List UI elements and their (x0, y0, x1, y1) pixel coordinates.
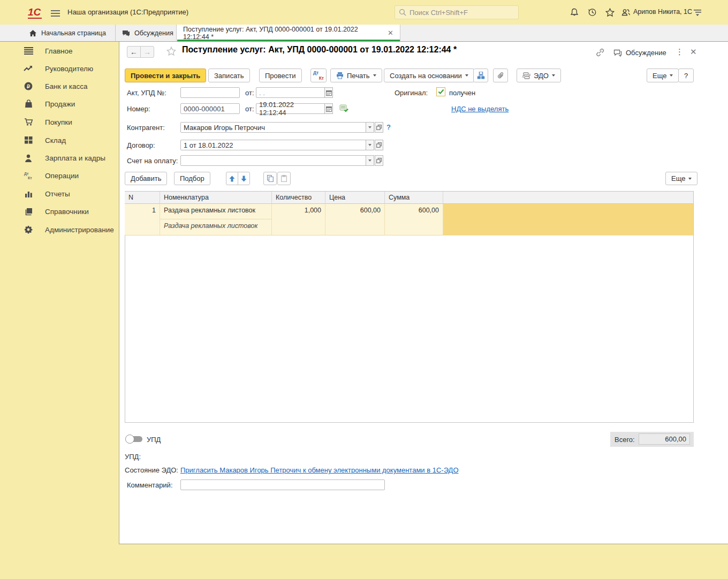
invoice-open-button[interactable] (375, 155, 383, 166)
invoice-dropdown-button[interactable] (366, 155, 374, 166)
paste-button[interactable] (277, 172, 291, 185)
contract-input[interactable]: 1 от 18.01.2022 (180, 140, 366, 150)
dt-kt-icon: ДтКт (24, 171, 33, 180)
sidebar-item-sales[interactable]: Продажи (24, 96, 75, 111)
contractor-help-icon[interactable]: ? (386, 123, 391, 131)
act-number-input[interactable] (180, 87, 240, 98)
cell-selected-empty[interactable] (443, 204, 693, 235)
discussion-button[interactable]: Обсуждение (613, 49, 666, 57)
sidebar-item-purchases[interactable]: Покупки (24, 115, 72, 129)
get-link-icon[interactable] (595, 48, 605, 57)
tab-document[interactable]: Поступление услуг: Акт, УПД 0000-000001 … (177, 25, 400, 41)
column-header-qty[interactable]: Количество (272, 192, 325, 204)
search-input[interactable]: Поиск Ctrl+Shift+F (395, 5, 519, 19)
sidebar-item-manager[interactable]: Руководителю (24, 61, 93, 76)
sidebar-item-warehouse[interactable]: Склад (24, 133, 66, 148)
notifications-bell-icon[interactable] (568, 6, 580, 18)
cell-row-number[interactable]: 1 (125, 204, 160, 235)
column-header-sum[interactable]: Сумма (385, 192, 443, 204)
chat-icon (122, 29, 130, 37)
window-menu-dots-icon[interactable]: ⋮ (676, 47, 684, 57)
current-user[interactable]: Арипов Никита, 1С (633, 8, 692, 16)
date-from-label: от: (245, 105, 254, 113)
cell-quantity[interactable]: 1,000 (272, 204, 325, 235)
copy-button[interactable] (263, 172, 277, 185)
save-button[interactable]: Записать (208, 68, 250, 82)
dt-kt-postings-button[interactable]: Дт Кт (310, 68, 327, 82)
table-more-button[interactable]: Еще (665, 172, 697, 185)
vat-link[interactable]: НДС не выделять (451, 105, 509, 113)
sidebar-item-reports[interactable]: Отчеты (24, 186, 70, 201)
post-and-close-button[interactable]: Провести и закрыть (125, 68, 206, 82)
number-input[interactable]: 0000-000001 (180, 103, 240, 114)
sidebar-item-administration[interactable]: Администрирование (24, 222, 114, 237)
contract-open-button[interactable] (375, 140, 383, 150)
print-label: Печать (347, 72, 370, 80)
app-title: Наша организация (1С:Предприятие) (67, 8, 188, 16)
move-up-button[interactable] (226, 172, 238, 185)
sidebar-item-salary-hr[interactable]: Зарплата и кадры (24, 150, 105, 165)
edo-invite-link[interactable]: Пригласить Макаров Игорь Петрочич к обме… (180, 466, 459, 474)
act-date-calendar-button[interactable] (324, 87, 333, 98)
move-down-button[interactable] (238, 172, 250, 185)
column-header-n[interactable]: N (125, 192, 160, 204)
collaboration-users-icon[interactable] (620, 6, 632, 18)
attachments-paperclip-button[interactable] (493, 68, 508, 82)
date-calendar-button[interactable] (324, 103, 333, 114)
row-bottom-border (125, 235, 693, 235)
set-posting-time-icon[interactable] (339, 104, 348, 112)
more-button[interactable]: Еще (647, 68, 679, 82)
invoice-input[interactable] (180, 155, 366, 166)
favorites-star-icon[interactable] (604, 6, 616, 18)
column-header-price[interactable]: Цена (325, 192, 385, 204)
pick-button[interactable]: Подбор (174, 172, 210, 185)
service-menu-icon[interactable] (692, 6, 703, 18)
window-close-icon[interactable]: ✕ (690, 47, 697, 57)
history-icon[interactable] (586, 6, 598, 18)
edo-button[interactable]: ЭДО (517, 68, 561, 82)
sidebar-label: Руководителю (45, 65, 93, 73)
contractor-open-button[interactable] (375, 122, 383, 133)
help-button[interactable]: ? (678, 68, 694, 82)
sidebar-item-main[interactable]: Главное (24, 43, 73, 58)
cell-sum[interactable]: 600,00 (385, 204, 443, 235)
more-label: Еще (653, 72, 666, 80)
sidebar-label: Склад (45, 136, 66, 144)
trend-chart-icon (24, 64, 33, 73)
tab-close-icon[interactable]: ✕ (388, 29, 393, 37)
upd-toggle[interactable] (125, 435, 143, 444)
sidebar-item-catalogs[interactable]: Справочники (24, 204, 89, 219)
create-based-on-button[interactable]: Создать на основании (384, 68, 474, 82)
forward-button[interactable]: → (140, 46, 154, 58)
document-structure-button[interactable] (473, 68, 488, 82)
edo-docs-icon (522, 72, 530, 79)
main-menu-icon[interactable] (51, 9, 60, 18)
print-button[interactable]: Печать (330, 68, 382, 82)
sidebar-label: Зарплата и кадры (45, 154, 105, 162)
favorite-star-icon[interactable] (166, 46, 177, 57)
sidebar-label: Справочники (45, 208, 89, 216)
back-button[interactable]: ← (127, 46, 141, 58)
post-button[interactable]: Провести (259, 68, 302, 82)
tab-home[interactable]: Начальная страница (22, 25, 116, 41)
sidebar-item-bank-cash[interactable]: ₽ Банк и касса (24, 79, 88, 94)
add-row-button[interactable]: Добавить (125, 172, 167, 185)
bag-icon (24, 99, 33, 109)
menu-lines-icon (24, 46, 33, 56)
date-input[interactable]: 19.01.2022 12:12:44 (256, 103, 325, 114)
column-header-nomenclature[interactable]: Номенклатура (160, 192, 272, 204)
cell-nomenclature[interactable]: Раздача рекламных листовок (160, 204, 272, 219)
contractor-input[interactable]: Макаров Игорь Петрочич (180, 122, 366, 133)
kt-label: Кт (319, 75, 324, 81)
sidebar-label: Покупки (45, 118, 72, 126)
cell-price[interactable]: 600,00 (325, 204, 385, 235)
act-date-input[interactable]: . . (256, 87, 325, 98)
original-received-checkbox[interactable] (436, 87, 445, 96)
sidebar-item-operations[interactable]: ДтКт Операции (24, 168, 79, 183)
svg-text:₽: ₽ (27, 83, 30, 89)
comment-input[interactable] (180, 479, 385, 490)
cell-service-content[interactable]: Раздача рекламных листовок (160, 219, 272, 235)
tab-discussions[interactable]: Обсуждения (116, 25, 177, 41)
contractor-dropdown-button[interactable] (366, 122, 374, 133)
contract-dropdown-button[interactable] (366, 140, 374, 150)
